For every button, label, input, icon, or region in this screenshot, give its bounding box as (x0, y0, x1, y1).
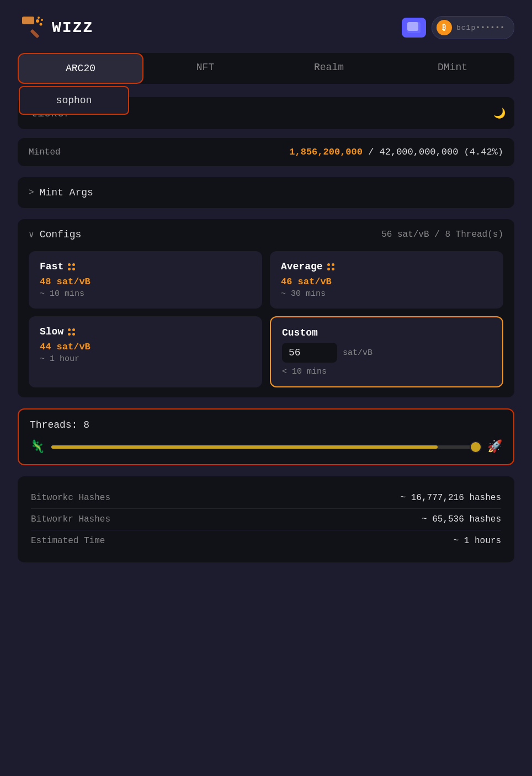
minted-current: 1,856,200,000 (289, 147, 363, 157)
speed-card-fast[interactable]: Fast 48 sat/vB ~ 10 mins (29, 251, 262, 309)
configs-card: ∨ Configs 56 sat/vB / 8 Thread(s) Fast (18, 219, 514, 397)
minted-percent: (4.42%) (464, 147, 503, 157)
bitworkr-label: Bitworkr Hashes (31, 514, 110, 524)
speed-grid: Fast 48 sat/vB ~ 10 mins Average (29, 251, 503, 387)
threads-title: Threads: 8 (30, 419, 502, 430)
main-content: ARC20 sophon NFT Realm DMint 🌙 Minted (0, 53, 532, 562)
svg-point-2 (36, 19, 39, 23)
tab-arc20[interactable]: ARC20 sophon (18, 53, 143, 84)
bitworkc-label: Bitworkc Hashes (31, 493, 110, 503)
configs-header: ∨ Configs 56 sat/vB / 8 Thread(s) (29, 229, 503, 240)
speed-card-average[interactable]: Average 46 sat/vB ~ 30 mins (270, 251, 503, 309)
custom-sat-label: sat/vB (343, 348, 373, 358)
configs-summary: 56 sat/vB / 8 Thread(s) (381, 230, 503, 240)
tab-dropdown: sophon (19, 86, 129, 115)
speed-card-slow[interactable]: Slow 44 sat/vB ~ 1 hour (29, 316, 262, 387)
slow-title: Slow (40, 326, 251, 337)
bitworkr-value: ~ 65,536 hashes (422, 514, 501, 524)
tab-dmint[interactable]: DMint (391, 53, 514, 84)
minted-value: 1,856,200,000 / 42,000,000,000 (4.42%) (289, 147, 503, 157)
btc-icon: ₿ (437, 20, 452, 35)
fast-dots (68, 263, 79, 270)
btc-address: bc1p•••••• (456, 24, 505, 32)
slider-fill (51, 445, 438, 449)
hash-row-estimated: Estimated Time ~ 1 hours (31, 530, 501, 551)
average-time: ~ 30 mins (281, 289, 492, 299)
fast-time: ~ 10 mins (40, 289, 251, 299)
logo-text: WIZZ (52, 19, 93, 36)
custom-input-row: sat/vB (282, 343, 491, 363)
configs-chevron: ∨ (29, 229, 34, 240)
tab-nft[interactable]: NFT (143, 53, 267, 84)
fast-sat: 48 sat/vB (40, 277, 251, 287)
mint-args-card: > Mint Args (18, 177, 514, 208)
tabs-container: ARC20 sophon NFT Realm DMint (18, 53, 514, 84)
average-sat: 46 sat/vB (281, 277, 492, 287)
custom-title: Custom (282, 327, 491, 338)
logo-icon (18, 13, 46, 42)
app-container: WIZZ ₿ bc1p•••••• ARC20 (0, 0, 532, 776)
svg-rect-1 (22, 17, 34, 24)
configs-label: Configs (40, 229, 82, 240)
slow-time: ~ 1 hour (40, 354, 251, 364)
mint-args-chevron: > (29, 188, 34, 198)
custom-sat-input[interactable] (282, 343, 337, 363)
btc-badge[interactable]: ₿ bc1p•••••• (432, 16, 514, 39)
mint-args-header[interactable]: > Mint Args (29, 187, 503, 198)
moon-icon: 🌙 (493, 107, 506, 119)
configs-title[interactable]: ∨ Configs (29, 229, 81, 240)
minted-row: Minted 1,856,200,000 / 42,000,000,000 (4… (18, 138, 514, 166)
minted-total: 42,000,000,000 (380, 147, 459, 157)
svg-point-4 (38, 17, 40, 19)
logo-area: WIZZ (18, 13, 93, 42)
estimated-time-value: ~ 1 hours (454, 536, 501, 546)
tab-realm[interactable]: Realm (267, 53, 391, 84)
turtle-icon: 🦎 (30, 439, 45, 454)
slider-thumb (470, 441, 482, 453)
threads-slider-row: 🦎 🚀 (30, 439, 502, 454)
header: WIZZ ₿ bc1p•••••• (0, 0, 532, 53)
fast-title: Fast (40, 261, 251, 272)
average-dots (327, 263, 338, 270)
rocket-icon: 🚀 (487, 439, 502, 454)
wallet-icon[interactable] (402, 18, 426, 38)
dropdown-item-sophon[interactable]: sophon (20, 87, 128, 114)
svg-point-5 (41, 19, 43, 21)
custom-time: < 10 mins (282, 367, 491, 376)
average-title: Average (281, 261, 492, 272)
minted-separator: / (368, 147, 379, 157)
svg-point-3 (40, 23, 42, 26)
hash-row-bitworkc: Bitworkc Hashes ~ 16,777,216 hashes (31, 487, 501, 509)
svg-rect-7 (407, 22, 418, 31)
hash-row-bitworkr: Bitworkr Hashes ~ 65,536 hashes (31, 509, 501, 530)
slow-sat: 44 sat/vB (40, 342, 251, 352)
estimated-time-label: Estimated Time (31, 536, 105, 546)
hashes-card: Bitworkc Hashes ~ 16,777,216 hashes Bitw… (18, 476, 514, 562)
threads-card: Threads: 8 🦎 🚀 (18, 408, 514, 465)
slider-track (51, 445, 481, 449)
minted-label: Minted (29, 147, 61, 157)
speed-card-custom[interactable]: Custom sat/vB < 10 mins (270, 316, 503, 387)
slow-dots (68, 328, 79, 336)
header-right: ₿ bc1p•••••• (402, 16, 514, 39)
bitworkc-value: ~ 16,777,216 hashes (401, 493, 501, 503)
svg-rect-0 (30, 29, 40, 39)
mint-args-title: Mint Args (40, 187, 93, 198)
